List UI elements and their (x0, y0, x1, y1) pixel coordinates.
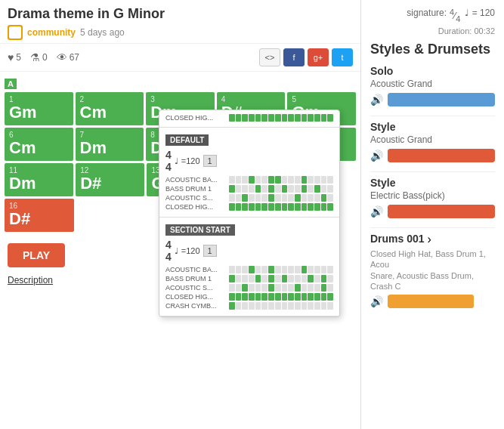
header: Drama theme in G Minor community 5 days … (0, 0, 360, 44)
likes-stat[interactable]: ♥ 5 (8, 51, 21, 63)
default-title: DEFAULT (165, 134, 209, 146)
heart-icon: ♥ (8, 51, 14, 63)
chord-11[interactable]: 11 Dm (5, 163, 73, 196)
inst-name-style1: Acoustic Grand (370, 134, 495, 145)
tempo-row-default: 44 ♩ =120 1 (165, 149, 333, 173)
vol-icon-drums[interactable]: 🔊 (370, 295, 383, 307)
chord-6[interactable]: 6 Cm (5, 128, 73, 161)
measure-default: 1 (203, 155, 217, 167)
drum-row-ss-5: CRASH CYMB... (165, 302, 333, 310)
right-panel: signature: 4⁄4 ♩ = 120 Duration: 00:32 S… (361, 0, 504, 429)
signature-row: signature: 4⁄4 ♩ = 120 (370, 8, 495, 23)
chord-16[interactable]: 16 D# (5, 199, 74, 232)
sep-3 (370, 227, 495, 228)
eye-icon: 👁 (57, 51, 67, 63)
time-ago: 5 days ago (80, 27, 125, 38)
page-title: Drama theme in G Minor (8, 6, 353, 22)
drum-row-d-4: CLOSED HIG... (165, 203, 333, 211)
views-count: 67 (70, 52, 79, 63)
drum-row-ss-4: CLOSED HIG... (165, 293, 333, 301)
instrument-style-2: Style Electric Bass(pick) 🔊 (370, 177, 495, 218)
avatar (8, 25, 23, 40)
toolbar-icons: <> f g+ t (259, 48, 353, 66)
section-start-title: SECTION START (165, 224, 235, 236)
popup-overlay: CLOSED HIG... (159, 110, 340, 317)
measure-ss: 1 (203, 245, 217, 257)
popup-top-bars (229, 114, 333, 122)
likes-count: 5 (16, 52, 21, 63)
inst-name-solo: Acoustic Grand (370, 79, 495, 89)
chord-12[interactable]: 12 D# (76, 163, 144, 196)
inst-category-style1: Style (370, 121, 495, 133)
popup-top-row: CLOSED HIG... (159, 110, 339, 128)
inst-name-style2: Electric Bass(pick) (370, 190, 495, 201)
lab-icon: ⚗ (30, 51, 40, 63)
labs-count: 0 (42, 52, 48, 63)
popup-top-drum-row: CLOSED HIG... (165, 114, 333, 122)
inst-row-drums: 🔊 (370, 295, 495, 308)
popup-default-section: DEFAULT 44 ♩ =120 1 ACOUSTIC BA... (159, 128, 339, 218)
instrument-solo: Solo Acoustic Grand 🔊 (370, 65, 495, 106)
community-link[interactable]: community (27, 27, 76, 38)
vol-icon-style2[interactable]: 🔊 (370, 205, 383, 218)
vol-bar-style1[interactable] (388, 149, 495, 162)
vol-bar-solo[interactable] (388, 93, 495, 106)
vol-icon-solo[interactable]: 🔊 (370, 94, 383, 106)
duration-label: Duration: 00:32 (370, 26, 495, 35)
signature-label: signature: (407, 8, 447, 23)
views-stat: 👁 67 (57, 51, 79, 63)
stats-bar: ♥ 5 ⚗ 0 👁 67 <> f g+ t (0, 44, 360, 72)
inst-category-solo: Solo (370, 65, 495, 77)
inst-row-style1: 🔊 (370, 149, 495, 162)
chord-1[interactable]: 1 Gm (5, 92, 73, 125)
labs-stat[interactable]: ⚗ 0 (30, 51, 48, 63)
instrument-drums: Drums 001 › Closed High Hat, Bass Drum 1… (370, 233, 495, 308)
drum-row-d-1: ACOUSTIC BA... (165, 176, 333, 184)
collapse-icon[interactable]: › (428, 233, 431, 246)
chord-2[interactable]: 2 Cm (76, 92, 144, 125)
drum-row-d-2: BASS DRUM 1 (165, 185, 333, 193)
section-a-label: A (5, 79, 17, 89)
chord-7[interactable]: 7 Dm (76, 128, 144, 161)
inst-category-style2: Style (370, 177, 495, 189)
note-icon-ss: ♩ (175, 246, 178, 256)
inst-row-solo: 🔊 (370, 93, 495, 106)
inst-row-style2: 🔊 (370, 205, 495, 218)
sep-2 (370, 171, 495, 172)
drum-row-d-3: ACOUSTIC S... (165, 194, 333, 202)
tempo-row-ss: 44 ♩ =120 1 (165, 239, 333, 263)
twitter-button[interactable]: t (332, 48, 353, 66)
vol-icon-style1[interactable]: 🔊 (370, 150, 383, 162)
popup-section-start: SECTION START 44 ♩ =120 1 ACOUSTIC BA... (159, 218, 339, 316)
play-button[interactable]: PLAY (8, 243, 65, 267)
facebook-button[interactable]: f (283, 48, 305, 66)
right-panel-title: Styles & Drumsets (370, 42, 495, 57)
vol-bar-drums[interactable] (388, 295, 495, 308)
vol-bar-style2[interactable] (388, 205, 495, 218)
sep-1 (370, 116, 495, 116)
inst-category-drums: Drums 001 (370, 233, 425, 245)
note-icon: ♩ (175, 156, 178, 166)
meta-row: community 5 days ago (8, 25, 353, 40)
gplus-button[interactable]: g+ (308, 48, 329, 66)
chord-grid-area: A 1 Gm 2 Cm 3 Dm 4 D# (0, 72, 360, 239)
drums-info: Closed High Hat, Bass Drum 1, AcouSnare,… (370, 248, 495, 292)
drum-row-ss-1: ACOUSTIC BA... (165, 266, 333, 273)
drum-row-ss-3: ACOUSTIC S... (165, 284, 333, 292)
embed-button[interactable]: <> (259, 48, 280, 66)
instrument-style-1: Style Acoustic Grand 🔊 (370, 121, 495, 162)
bpm-label: ♩ = 120 (465, 8, 495, 23)
drum-row-ss-2: BASS DRUM 1 (165, 275, 333, 282)
